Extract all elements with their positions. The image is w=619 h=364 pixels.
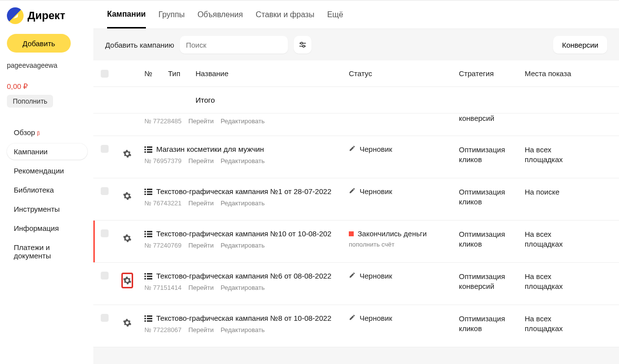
svg-rect-10 [144, 189, 146, 190]
campaign-number: № 76957379 [144, 157, 181, 165]
svg-rect-7 [147, 149, 152, 150]
edit-link[interactable]: Редактировать [221, 326, 265, 334]
tab-1[interactable]: Группы [159, 2, 185, 28]
topup-account-link[interactable]: пополнить счёт [349, 241, 447, 248]
campaign-number: № 77240769 [144, 242, 181, 249]
table-row: Магазин косметики для мужчин№ 76957379Пе… [93, 136, 619, 178]
toolbar: Добавить кампанию Конверсии [93, 29, 619, 60]
pencil-icon [349, 272, 356, 280]
campaign-type-icon [144, 146, 152, 153]
go-link[interactable]: Перейти [188, 199, 214, 207]
svg-rect-26 [144, 278, 146, 280]
app-name: Директ [28, 9, 65, 22]
row-settings-button[interactable] [122, 315, 133, 331]
svg-point-1 [301, 42, 303, 44]
tab-4[interactable]: Ещё [327, 2, 343, 28]
campaign-type-icon [144, 315, 152, 322]
search-input[interactable] [180, 36, 288, 54]
sidebar-item-2[interactable]: Рекомендации [7, 163, 87, 179]
campaign-title[interactable]: Текстово-графическая кампания №1 от 28-0… [156, 187, 331, 196]
svg-rect-13 [147, 191, 152, 193]
campaign-number: № 77228485 [144, 117, 181, 125]
alert-bar [93, 221, 95, 262]
sidebar-item-6[interactable]: Платежи и документы [7, 239, 87, 264]
go-link[interactable]: Перейти [188, 242, 214, 249]
edit-link[interactable]: Редактировать [221, 117, 265, 125]
svg-rect-25 [147, 276, 152, 277]
svg-rect-18 [144, 233, 146, 235]
campaign-type-icon [144, 273, 152, 280]
tab-3[interactable]: Ставки и фразы [255, 2, 314, 28]
go-link[interactable]: Перейти [188, 326, 214, 334]
table-total-row: Итого [93, 87, 619, 113]
row-settings-button[interactable] [121, 273, 133, 288]
status: Черновик [349, 272, 447, 280]
svg-rect-5 [147, 146, 152, 148]
campaign-title[interactable]: Текстово-графическая кампания №6 от 08-0… [156, 272, 331, 280]
pencil-icon [349, 145, 356, 153]
placement-text: На всех площадках [525, 229, 572, 250]
sidebar-item-label: Обзор [14, 128, 35, 137]
filters-button[interactable] [294, 36, 311, 54]
status: Закончились деньги [349, 229, 447, 238]
row-checkbox[interactable] [101, 314, 109, 322]
sidebar-nav: ОбзорβКампанииРекомендацииБиблиотекаИнст… [7, 124, 87, 264]
row-checkbox[interactable] [101, 187, 109, 195]
sidebar-item-5[interactable]: Информация [7, 220, 87, 236]
sidebar-item-3[interactable]: Библиотека [7, 182, 87, 198]
status-text: Черновик [360, 187, 392, 196]
campaign-number: № 77228067 [144, 326, 181, 334]
col-strategy[interactable]: Стратегия [453, 69, 519, 78]
campaign-number: № 77151414 [144, 284, 181, 291]
col-type[interactable]: Тип [162, 69, 190, 78]
table-header-row: № Тип Название Статус Стратегия Места по… [93, 60, 619, 87]
col-placement[interactable]: Места показа [519, 69, 578, 78]
svg-rect-8 [144, 151, 146, 153]
go-link[interactable]: Перейти [188, 284, 214, 291]
row-checkbox[interactable] [101, 145, 109, 153]
go-link[interactable]: Перейти [188, 157, 214, 165]
edit-link[interactable]: Редактировать [221, 242, 265, 249]
row-settings-button[interactable] [122, 146, 133, 162]
tab-0[interactable]: Кампании [107, 1, 146, 28]
status: Черновик [349, 314, 447, 322]
sidebar-item-label: Инструменты [14, 205, 60, 213]
row-checkbox[interactable] [101, 229, 109, 237]
sidebar-item-4[interactable]: Инструменты [7, 201, 87, 217]
sidebar-item-0[interactable]: Обзорβ [7, 124, 87, 140]
row-checkbox[interactable] [101, 272, 109, 280]
conversions-button[interactable]: Конверсии [553, 36, 607, 54]
username[interactable]: pageevaageewa [7, 61, 87, 69]
add-campaign-link[interactable]: Добавить кампанию [105, 41, 174, 49]
logo[interactable]: Директ [7, 7, 87, 24]
table-row: Текстово-графическая кампания №6 от 08-0… [93, 263, 619, 305]
table-row: Текстово-графическая кампания №8 от 10-0… [93, 305, 619, 347]
select-all-checkbox[interactable] [101, 70, 109, 78]
col-name[interactable]: Название [190, 69, 343, 78]
svg-rect-29 [147, 315, 152, 317]
tab-2[interactable]: Объявления [197, 2, 243, 28]
row-settings-button[interactable] [122, 188, 133, 204]
strategy-text: Оптимизация кликов [459, 229, 513, 250]
pencil-icon [349, 187, 356, 196]
svg-rect-31 [147, 318, 152, 319]
placement-text: На всех площадках [525, 314, 572, 334]
go-link[interactable]: Перейти [188, 117, 214, 125]
col-status[interactable]: Статус [343, 69, 453, 78]
campaign-title[interactable]: Текстово-графическая кампания №8 от 10-0… [156, 314, 331, 322]
edit-link[interactable]: Редактировать [221, 199, 265, 207]
edit-link[interactable]: Редактировать [221, 284, 265, 291]
add-button[interactable]: Добавить [7, 34, 71, 53]
svg-rect-28 [144, 315, 146, 317]
edit-link[interactable]: Редактировать [221, 157, 265, 165]
tabs: КампанииГруппыОбъявленияСтавки и фразыЕщ… [93, 0, 619, 29]
topup-button[interactable]: Пополнить [7, 95, 53, 108]
svg-rect-6 [144, 149, 146, 150]
svg-rect-16 [144, 231, 146, 232]
col-no[interactable]: № [139, 69, 162, 78]
campaign-title[interactable]: Магазин косметики для мужчин [156, 145, 264, 153]
sidebar-item-1[interactable]: Кампании [7, 143, 87, 160]
campaign-number: № 76743221 [144, 199, 181, 207]
campaign-title[interactable]: Текстово-графическая кампания №10 от 10-… [156, 229, 331, 238]
row-settings-button[interactable] [122, 230, 133, 246]
